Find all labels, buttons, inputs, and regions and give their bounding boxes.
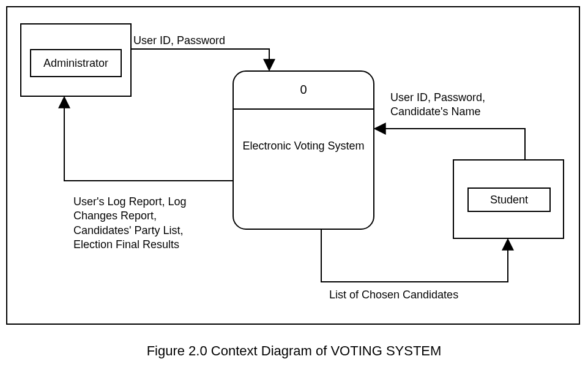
process-name: Electronic Voting System (234, 139, 373, 153)
entity-student: Student (453, 159, 564, 239)
flow-label-student-to-process: User ID, Password, Candidate's Name (390, 91, 531, 119)
figure-caption: Figure 2.0 Context Diagram of VOTING SYS… (0, 343, 588, 359)
diagram-canvas: Administrator 0 Electronic Voting System… (0, 0, 588, 367)
process-number: 0 (234, 83, 373, 97)
process-divider (234, 108, 373, 110)
flow-label-process-to-admin: User's Log Report, Log Changes Report, C… (73, 195, 233, 252)
entity-student-label: Student (490, 194, 528, 206)
flow-label-admin-to-process: User ID, Password (133, 34, 225, 48)
flow-label-process-to-student: List of Chosen Candidates (329, 288, 458, 302)
entity-student-label-box: Student (467, 187, 551, 212)
entity-administrator-label-box: Administrator (30, 49, 122, 77)
entity-administrator-label: Administrator (43, 57, 108, 70)
process-electronic-voting-system: 0 Electronic Voting System (233, 70, 374, 230)
entity-administrator: Administrator (20, 23, 132, 97)
